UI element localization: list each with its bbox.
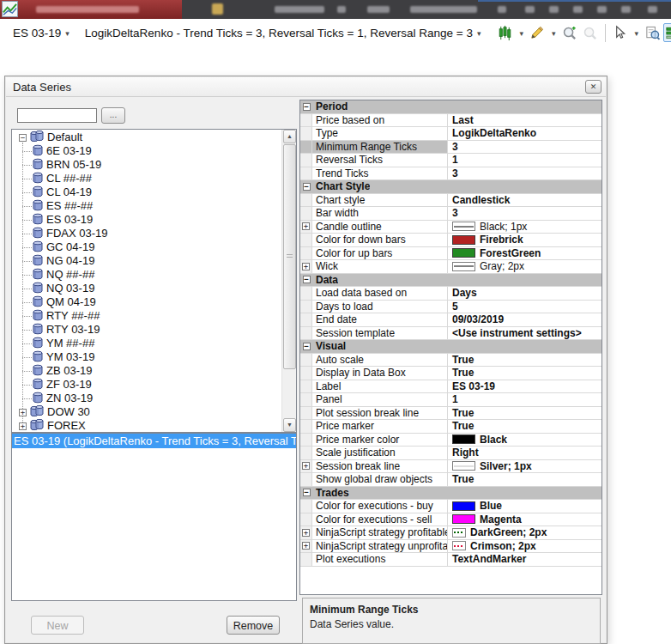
- chart-type-icon[interactable]: [495, 23, 514, 42]
- property-value[interactable]: Days: [448, 287, 601, 300]
- property-value[interactable]: 3: [448, 141, 601, 154]
- chevron-down-icon[interactable]: ▾: [552, 29, 556, 38]
- collapse-icon[interactable]: −: [303, 183, 311, 191]
- property-row-candle-outline[interactable]: +Candle outlineBlack; 1px: [300, 221, 601, 234]
- property-row-wick[interactable]: +WickGray; 2px: [300, 260, 601, 274]
- property-row-auto-scale[interactable]: Auto scaleTrue: [300, 354, 601, 368]
- series-selector[interactable]: LogikDeltaRenko - Trend Ticks = 3, Rever…: [85, 27, 473, 39]
- property-row-bar-width[interactable]: Bar width3: [300, 207, 601, 221]
- expand-icon[interactable]: +: [302, 462, 310, 470]
- property-row-load-data-based-on[interactable]: Load data based onDays: [300, 287, 601, 301]
- tree-item-gc-04-19[interactable]: GC 04-19: [12, 240, 281, 254]
- tree-item-es-03-19[interactable]: ES 03-19: [12, 213, 281, 227]
- tree-item-brn-05-19[interactable]: BRN 05-19: [12, 158, 281, 172]
- property-value[interactable]: 3: [448, 167, 601, 180]
- category-row-data[interactable]: −Data: [300, 274, 601, 288]
- expand-icon[interactable]: +: [302, 542, 310, 550]
- expand-icon[interactable]: +: [302, 529, 310, 537]
- property-value[interactable]: Black; 1px: [448, 221, 601, 234]
- chevron-down-icon[interactable]: ▾: [65, 29, 70, 38]
- property-value[interactable]: ForestGreen: [448, 247, 601, 260]
- property-row-price-based-on[interactable]: Price based onLast: [300, 114, 601, 128]
- property-value[interactable]: True: [448, 367, 601, 380]
- property-row-scale-justification[interactable]: Scale justificationRight: [300, 447, 601, 460]
- tree-item-zf-03-19[interactable]: ZF 03-19: [12, 378, 281, 392]
- search-input[interactable]: [17, 108, 97, 123]
- new-button[interactable]: New: [31, 616, 84, 635]
- tree-item-ng-04-19[interactable]: NG 04-19: [12, 254, 281, 268]
- property-value[interactable]: True: [448, 407, 601, 420]
- tree-item-qm-04-19[interactable]: QM 04-19: [12, 295, 281, 309]
- tree-item-nq-03-19[interactable]: NQ 03-19: [12, 282, 281, 295]
- property-row-trend-ticks[interactable]: Trend Ticks3: [300, 167, 601, 181]
- dialog-titlebar[interactable]: Data Series ✕: [6, 77, 606, 97]
- property-row-ninjascript-strategy-profitable[interactable]: +NinjaScript strategy profitableDarkGree…: [300, 526, 601, 540]
- list-item-selected[interactable]: ES 03-19 (LogikDeltaRenko - Trend Ticks …: [12, 434, 296, 448]
- scroll-down-icon[interactable]: ▼: [283, 418, 296, 432]
- category-row-period[interactable]: −Period: [300, 100, 601, 114]
- property-value[interactable]: True: [448, 473, 601, 486]
- expand-icon[interactable]: +: [19, 422, 27, 430]
- property-value[interactable]: Crimson; 2px: [448, 540, 601, 553]
- category-row-trades[interactable]: −Trades: [300, 487, 601, 501]
- property-row-color-for-up-bars[interactable]: Color for up barsForestGreen: [300, 247, 601, 261]
- property-row-color-for-down-bars[interactable]: Color for down barsFirebrick: [300, 234, 601, 247]
- property-row-chart-style[interactable]: Chart styleCandlestick: [300, 194, 601, 208]
- property-value[interactable]: DarkGreen; 2px: [448, 526, 601, 539]
- expand-icon[interactable]: +: [19, 409, 27, 416]
- property-row-ninjascript-strategy-unprofitable[interactable]: +NinjaScript strategy unprofitableCrimso…: [300, 540, 601, 554]
- property-value[interactable]: TextAndMarker: [448, 553, 601, 566]
- tree-item-nq[interactable]: NQ ##-##: [12, 268, 281, 282]
- category-row-chart-style[interactable]: −Chart Style: [300, 180, 601, 194]
- chevron-down-icon[interactable]: ▾: [635, 29, 639, 38]
- zoom-in-icon[interactable]: [560, 23, 579, 42]
- property-row-reversal-ticks[interactable]: Reversal Ticks1: [300, 154, 601, 167]
- browse-button[interactable]: ...: [101, 107, 125, 124]
- property-value[interactable]: 1: [448, 154, 601, 167]
- property-value[interactable]: ES 03-19: [448, 380, 601, 393]
- tree-item-rty-03-19[interactable]: RTY 03-19: [12, 323, 281, 337]
- tree-item-cl-04-19[interactable]: CL 04-19: [12, 185, 281, 199]
- property-value[interactable]: LogikDeltaRenko: [448, 127, 601, 140]
- scroll-up-icon[interactable]: ▲: [283, 130, 296, 143]
- tree-item-cl[interactable]: CL ##-##: [12, 172, 281, 185]
- chevron-down-icon[interactable]: ▾: [519, 29, 523, 38]
- property-row-show-global-draw-objects[interactable]: Show global draw objectsTrue: [300, 473, 601, 487]
- tree-item-es[interactable]: ES ##-##: [12, 199, 281, 213]
- property-value[interactable]: Last: [448, 114, 601, 127]
- property-value[interactable]: 09/03/2019: [448, 313, 601, 326]
- property-row-display-in-data-box[interactable]: Display in Data BoxTrue: [300, 367, 601, 380]
- tree-item-ym[interactable]: YM ##-##: [12, 337, 281, 350]
- tree-scrollbar[interactable]: ▲ ▼: [281, 130, 296, 432]
- drawing-tools-icon[interactable]: [528, 23, 547, 42]
- property-row-label[interactable]: LabelES 03-19: [300, 380, 601, 394]
- property-row-session-template[interactable]: Session template<Use instrument settings…: [300, 327, 601, 341]
- property-value[interactable]: True: [448, 354, 601, 367]
- tree-item-zn-03-19[interactable]: ZN 03-19: [12, 392, 281, 405]
- zoom-out-icon[interactable]: [581, 23, 600, 42]
- property-value[interactable]: Firebrick: [448, 234, 601, 246]
- property-value[interactable]: Silver; 1px: [448, 460, 601, 473]
- tree-item-zb-03-19[interactable]: ZB 03-19: [12, 364, 281, 378]
- close-icon[interactable]: ✕: [585, 80, 601, 94]
- property-value[interactable]: Black: [448, 434, 601, 447]
- property-row-days-to-load[interactable]: Days to load5: [300, 301, 601, 314]
- collapse-icon[interactable]: −: [303, 343, 311, 350]
- property-value[interactable]: Gray; 2px: [448, 260, 601, 273]
- tree-item-fdax-03-19[interactable]: FDAX 03-19: [12, 227, 281, 240]
- property-value[interactable]: Right: [448, 447, 601, 459]
- collapse-icon[interactable]: −: [19, 134, 27, 142]
- instrument-selector[interactable]: ES 03-19: [13, 27, 61, 39]
- tree-item-forex[interactable]: +FOREX: [12, 419, 281, 433]
- property-row-panel[interactable]: Panel1: [300, 393, 601, 407]
- expand-icon[interactable]: +: [302, 222, 310, 230]
- property-row-color-for-executions-sell[interactable]: Color for executions - sellMagenta: [300, 513, 601, 527]
- tree-item-rty[interactable]: RTY ##-##: [12, 309, 281, 323]
- expand-icon[interactable]: +: [302, 263, 310, 270]
- cursor-icon[interactable]: [611, 23, 630, 42]
- property-row-color-for-executions-buy[interactable]: Color for executions - buyBlue: [300, 500, 601, 513]
- collapse-icon[interactable]: −: [303, 489, 311, 496]
- property-value[interactable]: 5: [448, 301, 601, 313]
- property-row-plot-executions[interactable]: Plot executionsTextAndMarker: [300, 553, 601, 567]
- property-value[interactable]: Magenta: [448, 513, 601, 526]
